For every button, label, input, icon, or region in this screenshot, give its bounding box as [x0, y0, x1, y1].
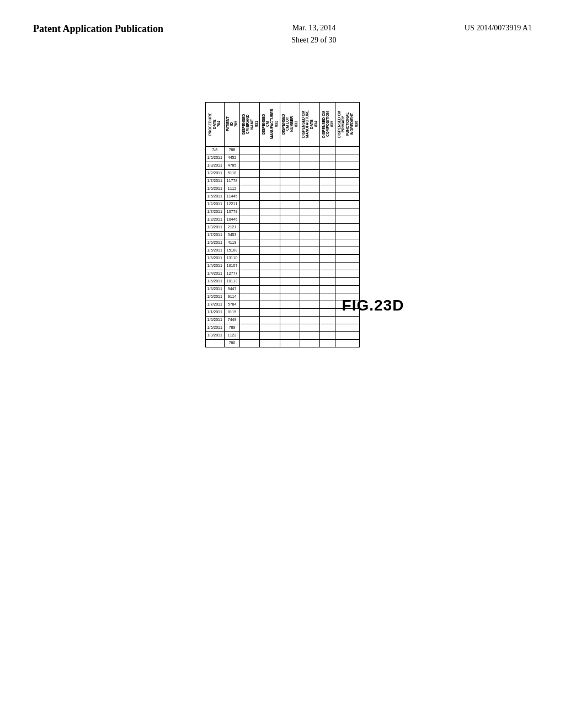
cell-brand_name	[240, 316, 260, 324]
cell-functional_ingredient	[335, 192, 360, 200]
table-row: 1/7/201110779	[205, 208, 360, 216]
cell-brand_name	[240, 262, 260, 270]
cell-patient_id: 7449	[224, 316, 239, 324]
cell-lot_number	[280, 216, 300, 223]
cell-composition	[320, 169, 335, 177]
cell-procedure_date: 1/7/2011	[205, 301, 224, 308]
cell-functional_ingredient	[335, 316, 360, 324]
cell-mfg_date	[300, 247, 319, 254]
cell-mfg_date	[300, 324, 319, 331]
cell-functional_ingredient	[335, 339, 360, 347]
publication-title: Patent Application Publication	[33, 23, 163, 34]
cell-brand_name	[240, 146, 260, 154]
cell-composition	[320, 185, 335, 192]
cell-functional_ingredient	[335, 270, 360, 277]
cell-mfg_date	[300, 293, 319, 301]
cell-composition	[320, 316, 335, 324]
cell-brand_name	[240, 293, 260, 301]
cell-composition	[320, 247, 335, 254]
cell-mfg_date	[300, 223, 319, 231]
table-row: 1/4/201112777	[205, 270, 360, 277]
table-row: 1/5/201111445	[205, 192, 360, 200]
cell-lot_number	[280, 247, 300, 254]
cell-manufacturer	[260, 200, 280, 208]
cell-lot_number	[280, 208, 300, 216]
cell-procedure_date: 1/6/2011	[205, 277, 224, 285]
cell-procedure_date: 1/5/2011	[205, 154, 224, 162]
cell-procedure_date: 1/6/2011	[205, 185, 224, 192]
cell-lot_number	[280, 331, 300, 339]
cell-manufacturer	[260, 146, 280, 154]
cell-manufacturer	[260, 270, 280, 277]
cell-patient_id: 11445	[224, 192, 239, 200]
table-row: 1/3/20114785	[205, 162, 360, 169]
cell-composition	[320, 324, 335, 331]
cell-manufacturer	[260, 316, 280, 324]
cell-lot_number	[280, 146, 300, 154]
cell-manufacturer	[260, 162, 280, 169]
cell-lot_number	[280, 192, 300, 200]
cell-manufacturer	[260, 308, 280, 316]
header-title: Patent Application Publication	[33, 22, 163, 36]
cell-manufacturer	[260, 285, 280, 293]
cell-composition	[320, 239, 335, 247]
table-row: 1/3/20111122	[205, 331, 360, 339]
cell-mfg_date	[300, 331, 319, 339]
table-row: 1/6/20119114	[205, 293, 360, 301]
cell-composition	[320, 216, 335, 223]
cell-mfg_date	[300, 316, 319, 324]
cell-manufacturer	[260, 177, 280, 185]
cell-composition	[320, 277, 335, 285]
col-header-brand_name: DISPENSED CM BRAND NAME 831	[240, 102, 260, 146]
cell-patient_id: 2121	[224, 223, 239, 231]
cell-lot_number	[280, 231, 300, 239]
col-header-patient_id: PATIENT ID 785	[224, 102, 239, 146]
cell-patient_id: 1122	[224, 331, 239, 339]
cell-lot_number	[280, 185, 300, 192]
cell-lot_number	[280, 277, 300, 285]
cell-lot_number	[280, 177, 300, 185]
cell-patient_id: 10113	[224, 277, 239, 285]
cell-patient_id: 15108	[224, 247, 239, 254]
cell-composition	[320, 254, 335, 262]
cell-patient_id: 4452	[224, 154, 239, 162]
cell-functional_ingredient	[335, 231, 360, 239]
table-row: 1/5/20114452	[205, 154, 360, 162]
cell-lot_number	[280, 169, 300, 177]
cell-mfg_date	[300, 231, 319, 239]
cell-mfg_date	[300, 254, 319, 262]
cell-manufacturer	[260, 293, 280, 301]
cell-functional_ingredient	[335, 262, 360, 270]
cell-patient_id: 13110	[224, 254, 239, 262]
cell-patient_id: 1112	[224, 185, 239, 192]
cell-patient_id: 4119	[224, 239, 239, 247]
col-header-functional_ingredient: DISPENSED CM PRIMARY FUNCTIONAL INGREDIE…	[335, 102, 360, 146]
cell-functional_ingredient	[335, 239, 360, 247]
cell-lot_number	[280, 324, 300, 331]
cell-patient_id: 10779	[224, 208, 239, 216]
cell-brand_name	[240, 200, 260, 208]
main-content: PROCEDURE DATE 784PATIENT ID 785DISPENSE…	[0, 58, 565, 370]
cell-functional_ingredient	[335, 200, 360, 208]
cell-manufacturer	[260, 169, 280, 177]
table-row: 1/5/2011789	[205, 324, 360, 331]
cell-mfg_date	[300, 285, 319, 293]
cell-mfg_date	[300, 270, 319, 277]
cell-brand_name	[240, 277, 260, 285]
cell-mfg_date	[300, 154, 319, 162]
cell-procedure_date: 1/6/2011	[205, 285, 224, 293]
cell-mfg_date	[300, 177, 319, 185]
cell-patient_id: 789	[224, 324, 239, 331]
cell-mfg_date	[300, 239, 319, 247]
cell-mfg_date	[300, 200, 319, 208]
cell-procedure_date: 1/5/2011	[205, 247, 224, 254]
cell-functional_ingredient	[335, 216, 360, 223]
cell-lot_number	[280, 285, 300, 293]
cell-manufacturer	[260, 262, 280, 270]
cell-procedure_date: 1/5/2011	[205, 324, 224, 331]
cell-patient_id: 10446	[224, 216, 239, 223]
cell-composition	[320, 223, 335, 231]
table-row: 1/6/20119447	[205, 285, 360, 293]
cell-procedure_date: 1/2/2011	[205, 200, 224, 208]
cell-composition	[320, 331, 335, 339]
